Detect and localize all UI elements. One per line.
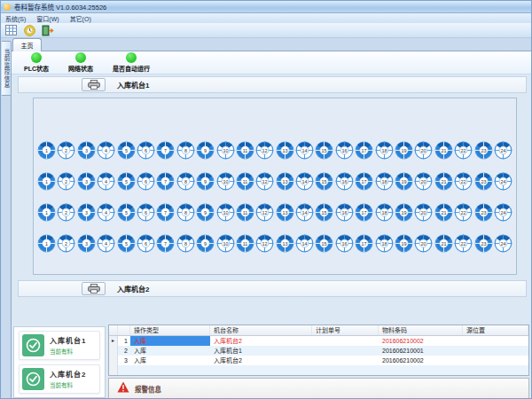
coil-slot-occupied[interactable]: 19 [395, 203, 413, 222]
coil-slot-occupied[interactable]: 5 [117, 234, 136, 253]
column-header[interactable]: 机台名称 [210, 325, 312, 335]
menu-system[interactable]: 系统(S) [5, 14, 26, 23]
coil-slot-empty[interactable]: 6 [137, 203, 155, 222]
coil-slot-occupied[interactable]: 9 [196, 141, 215, 160]
coil-slot-empty[interactable]: 22 [454, 141, 473, 160]
coil-slot-occupied[interactable]: 3 [77, 203, 96, 222]
coil-slot-occupied[interactable]: 15 [315, 141, 333, 160]
coil-slot-empty[interactable]: 8 [176, 203, 195, 222]
coil-slot-empty[interactable]: 24 [494, 203, 512, 222]
coil-slot-empty[interactable]: 18 [375, 203, 394, 222]
coil-slot-empty[interactable]: 2 [57, 234, 75, 253]
coil-slot-empty[interactable]: 14 [295, 234, 314, 253]
coil-slot-empty[interactable]: 4 [97, 203, 115, 222]
coil-slot-occupied[interactable]: 1 [37, 141, 56, 160]
coil-slot-occupied[interactable]: 21 [434, 172, 453, 191]
coil-slot-empty[interactable]: 6 [137, 141, 155, 160]
cell-operation-type[interactable]: 入库 [130, 356, 210, 365]
coil-slot-empty[interactable]: 24 [494, 172, 512, 191]
coil-slot-occupied[interactable]: 5 [117, 172, 136, 191]
coil-slot-occupied[interactable]: 9 [196, 203, 215, 222]
coil-slot-occupied[interactable]: 13 [276, 141, 294, 160]
coil-slot-occupied[interactable]: 11 [236, 203, 254, 222]
coil-slot-occupied[interactable]: 23 [474, 203, 493, 222]
coil-slot-occupied[interactable]: 5 [117, 141, 136, 160]
coil-slot-empty[interactable]: 4 [97, 141, 115, 160]
table-row[interactable]: 2入库入库机台1201606210001 [109, 346, 528, 356]
coil-slot-empty[interactable]: 14 [295, 203, 314, 222]
coil-slot-empty[interactable]: 16 [335, 141, 354, 160]
cell-plan-number[interactable] [312, 346, 379, 356]
coil-slot-empty[interactable]: 20 [414, 203, 433, 222]
cell-plan-number[interactable] [312, 356, 379, 365]
coil-slot-empty[interactable]: 24 [494, 234, 512, 253]
coil-slot-empty[interactable]: 14 [295, 172, 314, 191]
coil-slot-empty[interactable]: 14 [295, 141, 314, 160]
column-header[interactable]: 操作类型 [130, 325, 210, 335]
coil-slot-empty[interactable]: 10 [216, 234, 235, 253]
coil-slot-occupied[interactable]: 23 [474, 172, 493, 191]
cell-plan-number[interactable] [312, 336, 379, 346]
machine-card-1[interactable]: 入库机台1 当前有料 [19, 331, 100, 360]
coil-slot-occupied[interactable]: 7 [156, 172, 175, 191]
coil-slot-occupied[interactable]: 17 [355, 203, 373, 222]
coil-slot-occupied[interactable]: 3 [77, 234, 96, 253]
print-button-station2[interactable] [82, 282, 106, 295]
coil-slot-empty[interactable]: 22 [454, 203, 473, 222]
schedule-grid-icon[interactable] [4, 24, 18, 37]
coil-slot-occupied[interactable]: 11 [236, 234, 254, 253]
coil-slot-occupied[interactable]: 23 [474, 141, 493, 160]
table-row[interactable]: ▸1入库入库机台2201606210002 [109, 336, 528, 346]
coil-slot-occupied[interactable]: 19 [395, 141, 413, 160]
coil-slot-occupied[interactable]: 17 [355, 172, 373, 191]
coil-slot-occupied[interactable]: 9 [196, 172, 215, 191]
coil-slot-empty[interactable]: 22 [454, 234, 473, 253]
coil-slot-occupied[interactable]: 3 [77, 141, 96, 160]
coil-slot-occupied[interactable]: 21 [434, 141, 453, 160]
coil-slot-empty[interactable]: 10 [216, 172, 235, 191]
cell-material-barcode[interactable]: 201606210002 [379, 356, 463, 365]
column-header[interactable]: 源位置 [463, 325, 528, 335]
print-button-station1[interactable] [82, 78, 106, 91]
coil-slot-empty[interactable]: 6 [137, 172, 155, 191]
table-row[interactable]: 3入库入库机台2201606210002 [109, 356, 528, 365]
coil-slot-occupied[interactable]: 19 [395, 172, 413, 191]
cell-operation-type[interactable]: 入库 [130, 346, 210, 356]
menu-window[interactable]: 窗口(W) [36, 14, 59, 23]
coil-slot-empty[interactable]: 18 [375, 141, 394, 160]
coil-slot-empty[interactable]: 2 [57, 203, 75, 222]
coil-slot-occupied[interactable]: 21 [434, 234, 453, 253]
cell-source-location[interactable] [463, 346, 528, 356]
exit-door-icon[interactable] [41, 24, 55, 37]
coil-slot-empty[interactable]: 18 [375, 172, 394, 191]
cell-operation-type[interactable]: 入库 [130, 336, 210, 346]
coil-slot-occupied[interactable]: 17 [355, 234, 373, 253]
cell-machine-name[interactable]: 入库机台2 [210, 336, 312, 346]
cell-machine-name[interactable]: 入库机台1 [210, 346, 312, 356]
menu-other[interactable]: 其它(O) [70, 14, 91, 23]
coil-slot-occupied[interactable]: 23 [474, 234, 493, 253]
coil-slot-empty[interactable]: 8 [176, 141, 195, 160]
coil-slot-occupied[interactable]: 13 [276, 203, 294, 222]
coil-slot-empty[interactable]: 20 [414, 172, 433, 191]
cell-material-barcode[interactable]: 201606210001 [379, 346, 463, 356]
coil-slot-empty[interactable]: 4 [97, 172, 115, 191]
coil-slot-occupied[interactable]: 13 [276, 234, 294, 253]
coil-slot-occupied[interactable]: 5 [117, 203, 136, 222]
coil-slot-empty[interactable]: 16 [335, 172, 354, 191]
coil-slot-occupied[interactable]: 1 [37, 172, 56, 191]
cell-material-barcode[interactable]: 201606210002 [379, 336, 463, 346]
cell-machine-name[interactable]: 入库机台2 [210, 356, 312, 365]
coil-slot-occupied[interactable]: 9 [196, 234, 215, 253]
coil-slot-empty[interactable]: 10 [216, 203, 235, 222]
coil-slot-empty[interactable]: 2 [57, 141, 75, 160]
coil-slot-occupied[interactable]: 7 [156, 234, 175, 253]
coil-slot-empty[interactable]: 8 [176, 172, 195, 191]
coil-slot-empty[interactable]: 12 [255, 203, 274, 222]
coil-slot-occupied[interactable]: 19 [395, 234, 413, 253]
cell-source-location[interactable] [463, 356, 528, 365]
coil-slot-empty[interactable]: 8 [176, 234, 195, 253]
coil-slot-empty[interactable]: 12 [255, 172, 274, 191]
coil-slot-occupied[interactable]: 13 [276, 172, 294, 191]
coil-slot-occupied[interactable]: 15 [315, 203, 333, 222]
